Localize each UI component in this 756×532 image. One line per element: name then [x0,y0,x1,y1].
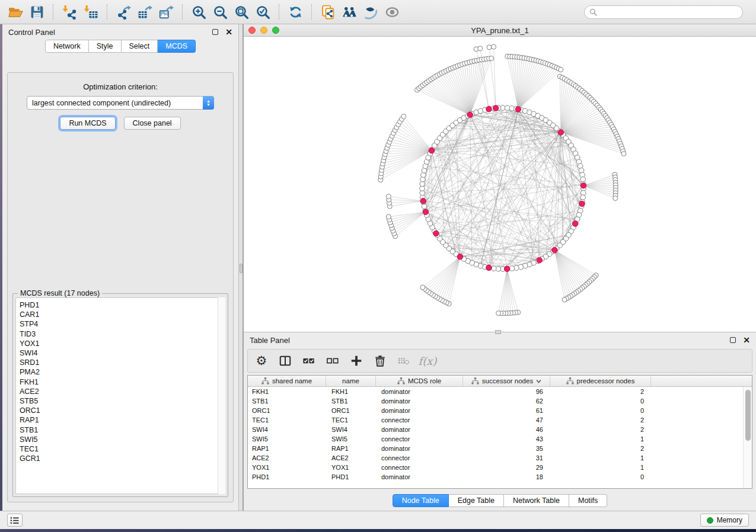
column-header-name[interactable]: name [326,376,376,386]
graph-leaf-node[interactable] [489,56,494,61]
delete-columns-button[interactable] [396,353,412,368]
mcds-node-item[interactable]: STP4 [20,319,225,329]
zoom-selected-button[interactable] [252,2,273,22]
hide-graphics-button[interactable] [360,2,381,22]
tab-motifs[interactable]: Motifs [569,494,607,507]
close-icon[interactable]: ✕ [225,29,232,35]
search-binoculars-button[interactable] [339,2,360,22]
graph-hub-node[interactable] [486,106,492,111]
mcds-node-item[interactable]: SWI4 [20,348,225,358]
graph-hub-node[interactable] [429,148,434,153]
graph-leaf-node[interactable] [613,196,618,201]
graph-hub-node[interactable] [580,183,586,188]
graph-leaf-node[interactable] [420,285,425,290]
table-row[interactable]: ACE2ACE2connector311 [248,453,752,463]
graph-hub-node[interactable] [537,257,542,262]
mcds-node-item[interactable]: STB1 [20,425,225,435]
mcds-node-item[interactable]: TID3 [20,329,225,339]
network-canvas[interactable] [244,37,755,331]
export-table-button[interactable] [134,2,155,22]
tab-mcds[interactable]: MCDS [158,40,196,53]
table-row[interactable]: SWI4SWI4dominator462 [248,425,752,434]
mcds-node-item[interactable]: CAR1 [20,310,225,319]
zoom-in-button[interactable] [188,2,209,22]
tab-network-table[interactable]: Network Table [504,494,569,507]
horizontal-splitter-grip[interactable] [495,330,501,334]
tab-style[interactable]: Style [89,40,122,53]
graph-hub-node[interactable] [467,112,473,117]
graph-hub-node[interactable] [558,130,563,135]
table-scrollbar[interactable] [743,387,752,488]
import-table-button[interactable] [80,2,101,22]
table-settings-button[interactable]: ⚙ [254,353,269,368]
table-row[interactable]: TEC1TEC1connector472 [248,415,752,425]
graph-hub-node[interactable] [504,266,509,271]
graph-leaf-node[interactable] [562,297,567,302]
mcds-node-item[interactable]: YOX1 [20,339,225,348]
zoom-out-button[interactable] [209,2,231,22]
search-input[interactable] [600,8,738,17]
network-from-clipboard-button[interactable] [317,2,339,22]
show-graphics-button[interactable] [381,2,403,22]
delete-rows-button[interactable] [372,353,388,368]
zoom-fit-button[interactable] [231,2,252,22]
graph-hub-node[interactable] [457,254,462,259]
graph-hub-node[interactable] [420,198,426,204]
table-row[interactable]: RAP1RAP1dominator352 [248,444,752,453]
mcds-list-scrollbar[interactable] [218,297,225,494]
mcds-node-item[interactable]: SWI5 [20,435,225,444]
run-mcds-button[interactable]: Run MCDS [60,117,115,130]
save-session-button[interactable] [26,2,47,22]
criterion-select[interactable]: largest connected component (undirected)… [27,96,214,110]
mcds-node-item[interactable]: STB5 [20,396,225,406]
import-network-button[interactable] [59,2,80,22]
mcds-result-list[interactable]: PHD1CAR1STP4TID3YOX1SWI4SRD1PMA2FKH1ACE2… [15,297,225,494]
graph-hub-node[interactable] [552,247,557,252]
open-file-button[interactable] [5,2,26,22]
tab-node-table[interactable]: Node Table [393,494,449,507]
graph-leaf-node[interactable] [492,44,496,49]
float-window-icon[interactable] [730,337,736,343]
table-row[interactable]: FKH1FKH1dominator962 [248,387,752,396]
tab-select[interactable]: Select [122,40,158,53]
table-row[interactable]: SWI5SWI5connector431 [248,434,752,444]
graph-hub-node[interactable] [433,230,439,236]
column-header-MCDS-role[interactable]: MCDS role [376,376,463,386]
close-icon[interactable]: ✕ [743,337,750,343]
graph-hub-node[interactable] [579,201,585,206]
tab-edge-table[interactable]: Edge Table [449,494,504,507]
float-window-icon[interactable] [212,29,218,35]
close-panel-button[interactable]: Close panel [124,117,181,130]
table-row[interactable]: STB1STB1dominator620 [248,396,752,406]
graph-leaf-node[interactable] [559,68,563,72]
export-image-button[interactable] [155,2,177,22]
table-row[interactable]: YOX1YOX1connector291 [248,463,752,472]
select-all-rows-button[interactable] [301,353,317,368]
mcds-node-item[interactable]: SRD1 [20,358,225,367]
table-scrollbar-thumb[interactable] [745,390,751,441]
column-header-predecessor-nodes[interactable]: predecessor nodes [550,376,651,386]
mcds-node-item[interactable]: ORC1 [20,406,225,415]
mcds-node-item[interactable]: PMA2 [20,367,225,377]
graph-leaf-node[interactable] [621,152,626,156]
graph-hub-node[interactable] [573,221,578,226]
toolbar-search[interactable] [584,5,743,19]
mcds-node-item[interactable]: GCR1 [20,454,225,463]
graph-hub-node[interactable] [423,209,428,214]
graph-leaf-node[interactable] [401,114,406,118]
vertical-splitter[interactable] [238,24,243,511]
mcds-node-item[interactable]: TEC1 [20,444,225,454]
table-row[interactable]: ORC1ORC1dominator610 [248,406,752,415]
column-header-successor-nodes[interactable]: successor nodes [463,376,550,386]
mcds-node-item[interactable]: RAP1 [20,415,225,425]
function-builder-button[interactable]: f(x) [420,353,435,368]
tab-network[interactable]: Network [45,40,89,53]
graph-leaf-node[interactable] [496,311,501,316]
refresh-button[interactable] [285,2,306,22]
memory-button[interactable]: Memory [700,514,749,527]
deselect-all-rows-button[interactable] [325,353,340,368]
graph-hub-node[interactable] [486,265,492,270]
table-row[interactable]: PHD1PHD1dominator180 [248,472,752,482]
export-network-button[interactable] [113,2,134,22]
column-layout-button[interactable] [277,353,293,368]
